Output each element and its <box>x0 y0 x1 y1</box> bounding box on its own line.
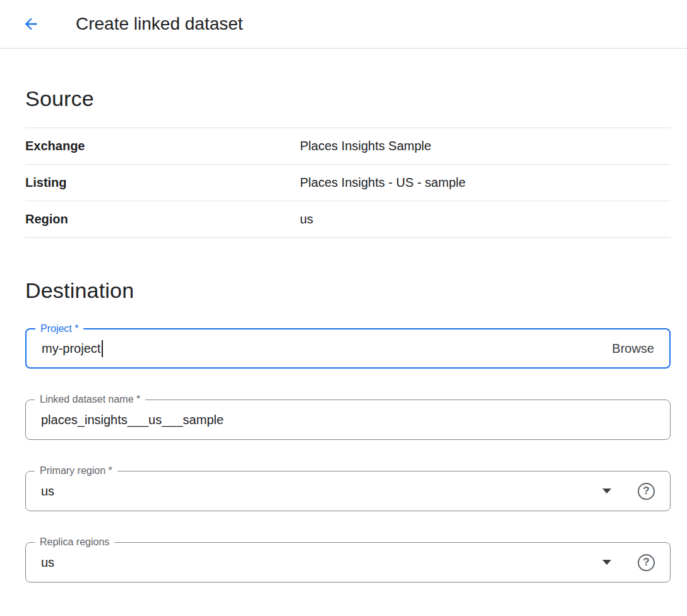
replica-regions-field[interactable]: Replica regions us ? <box>25 542 671 583</box>
listing-label: Listing <box>25 175 300 190</box>
text-cursor <box>102 340 103 357</box>
browse-button[interactable]: Browse <box>612 341 654 356</box>
table-row-region: Region us <box>25 201 671 238</box>
exchange-label: Exchange <box>25 139 300 153</box>
region-value: us <box>300 212 313 227</box>
linked-dataset-name-field[interactable]: Linked dataset name * places_insights___… <box>25 400 671 440</box>
replica-regions-value: us <box>41 555 54 570</box>
project-field[interactable]: Project * my-project Browse <box>25 328 671 369</box>
linked-dataset-name-label: Linked dataset name * <box>35 393 145 406</box>
primary-region-label: Primary region * <box>35 465 117 477</box>
table-row-listing: Listing Places Insights - US - sample <box>25 165 671 201</box>
primary-region-field[interactable]: Primary region * us ? <box>25 471 671 511</box>
replica-regions-help-icon[interactable]: ? <box>638 554 655 571</box>
replica-regions-dropdown-icon[interactable] <box>602 560 611 565</box>
primary-region-value: us <box>41 484 54 499</box>
primary-region-dropdown-icon[interactable] <box>602 489 611 494</box>
table-row-exchange: Exchange Places Insights Sample <box>25 128 671 165</box>
main-content: Source Exchange Places Insights Sample L… <box>0 86 687 616</box>
listing-value: Places Insights - US - sample <box>300 175 465 190</box>
source-table: Exchange Places Insights Sample Listing … <box>25 127 671 238</box>
exchange-value: Places Insights Sample <box>300 139 431 153</box>
project-field-label: Project * <box>35 323 83 335</box>
project-field-value: my-project <box>42 341 100 356</box>
back-button[interactable] <box>21 15 40 33</box>
primary-region-help-icon[interactable]: ? <box>638 483 655 500</box>
replica-regions-label: Replica regions <box>35 536 114 548</box>
linked-dataset-name-value: places_insights___us___sample <box>41 413 224 427</box>
region-label: Region <box>25 212 300 227</box>
page-title: Create linked dataset <box>76 14 243 34</box>
arrow-back-icon <box>22 15 40 33</box>
destination-section-heading: Destination <box>25 278 671 303</box>
source-section-heading: Source <box>25 86 671 111</box>
page-header: Create linked dataset <box>0 0 687 49</box>
